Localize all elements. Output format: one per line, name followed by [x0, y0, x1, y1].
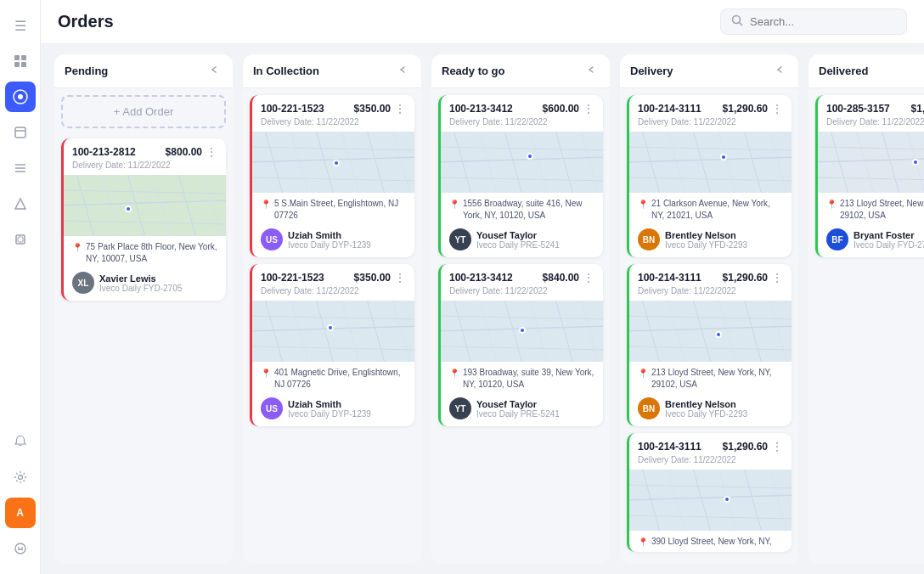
card-menu-btn[interactable]: ⋮: [771, 102, 783, 115]
add-order-button[interactable]: + Add Order: [61, 95, 226, 128]
user-avatar[interactable]: A: [5, 498, 36, 528]
globe-icon[interactable]: [5, 189, 36, 219]
column-title: Pending: [65, 65, 108, 77]
order-card[interactable]: 100-214-3111 $1,290.60 ⋮ Delivery Date: …: [627, 264, 792, 426]
card-header: 100-214-3111 $1,290.60 ⋮: [629, 433, 792, 455]
map-location-dot: [724, 496, 730, 503]
column-title: In Collection: [253, 65, 319, 77]
card-menu-btn[interactable]: ⋮: [583, 271, 594, 284]
column-collapse-btn[interactable]: [206, 63, 223, 79]
address-text: 1556 Broadway, suite 416, New York, NY, …: [463, 198, 594, 222]
card-amount: $350.00: [354, 272, 391, 284]
column-delivered: Delivered 100-285-3157 $1,340.00 ⋮ Deliv…: [808, 54, 924, 564]
card-address: 📍 75 Park Place 8th Floor, New York, NY,…: [64, 236, 226, 268]
bell-icon[interactable]: [5, 426, 36, 457]
gear-icon[interactable]: [5, 462, 36, 492]
pin-icon: 📍: [826, 199, 837, 211]
card-menu-btn[interactable]: ⋮: [771, 440, 783, 453]
svg-line-20: [740, 23, 743, 26]
address-text: 5 S.Main Street, Englishtown, NJ 07726: [274, 198, 406, 222]
driver-vehicle: Iveco Daily FYD-2705: [99, 284, 182, 293]
column-header-delivered: Delivered: [808, 54, 924, 88]
card-header: 100-213-3412 $840.00 ⋮: [441, 264, 603, 286]
card-id: 100-285-3157: [826, 103, 890, 115]
card-amount: $350.00: [354, 103, 391, 115]
card-menu-btn[interactable]: ⋮: [394, 102, 406, 115]
card-header: 100-214-3111 $1,290.60 ⋮: [629, 95, 792, 117]
column-title: Delivery: [630, 65, 673, 77]
plug-icon[interactable]: [5, 533, 36, 564]
card-address: 📍 1556 Broadway, suite 416, New York, NY…: [441, 193, 603, 225]
search-icon: [731, 14, 743, 29]
pin-icon: 📍: [72, 242, 82, 254]
column-header-in-collection: In Collection: [243, 54, 421, 88]
driver-vehicle: Iveco Daily PRE-5241: [476, 240, 560, 250]
svg-point-19: [733, 16, 741, 24]
driver-vehicle: Iveco Daily YFD-2293: [665, 409, 747, 419]
search-box[interactable]: [720, 8, 907, 35]
order-card[interactable]: 100-213-2812 $800.00 ⋮ Delivery Date: 11…: [61, 138, 226, 301]
card-map: [629, 470, 792, 531]
svg-point-14: [18, 476, 22, 480]
card-map: [629, 132, 792, 193]
order-card[interactable]: 100-221-1523 $350.00 ⋮ Delivery Date: 11…: [250, 264, 414, 426]
svg-rect-3: [21, 62, 26, 67]
order-card[interactable]: 100-221-1523 $350.00 ⋮ Delivery Date: 11…: [250, 95, 414, 257]
column-collapse-btn[interactable]: [394, 63, 411, 79]
card-map: [818, 132, 924, 193]
card-menu-btn[interactable]: ⋮: [394, 271, 406, 284]
column-collapse-btn[interactable]: [771, 63, 788, 79]
svg-point-15: [15, 543, 25, 554]
column-title: Delivered: [819, 65, 869, 77]
card-menu-btn[interactable]: ⋮: [771, 271, 783, 284]
list-icon[interactable]: [5, 153, 36, 183]
menu-icon[interactable]: ☰: [5, 10, 36, 41]
card-id: 100-213-3412: [449, 272, 513, 284]
order-card[interactable]: 100-213-3412 $600.00 ⋮ Delivery Date: 11…: [438, 95, 603, 257]
card-driver: BF Bryant Foster Iveco Daily FYD-2705: [818, 225, 924, 257]
map-location-dot: [715, 331, 722, 338]
card-header: 100-285-3157 $1,340.00 ⋮: [818, 95, 924, 117]
search-input[interactable]: [750, 15, 896, 28]
order-card[interactable]: 100-285-3157 $1,340.00 ⋮ Delivery Date: …: [815, 95, 924, 257]
address-text: 193 Broadway, suite 39, New York, NY, 10…: [463, 367, 594, 391]
card-id: 100-214-3111: [638, 272, 701, 284]
column-collapse-btn[interactable]: [583, 63, 600, 79]
package-icon[interactable]: [5, 117, 36, 148]
card-id: 100-221-1523: [261, 103, 324, 115]
card-map: [441, 301, 603, 362]
driver-name: Brentley Nelson: [665, 230, 747, 240]
order-card[interactable]: 100-214-3111 $1,290.60 ⋮ Delivery Date: …: [627, 433, 792, 552]
card-address: 📍 5 S.Main Street, Englishtown, NJ 07726: [252, 193, 414, 225]
layers-icon[interactable]: [5, 224, 36, 255]
order-card[interactable]: 100-213-3412 $840.00 ⋮ Delivery Date: 11…: [438, 264, 603, 426]
column-ready-to-go: Ready to go 100-213-3412 $600.00 ⋮ Deliv…: [431, 54, 610, 564]
svg-rect-6: [15, 127, 25, 138]
pin-icon: 📍: [449, 199, 459, 211]
card-driver: YT Yousef Taylor Iveco Daily PRE-5241: [441, 225, 603, 257]
driver-vehicle: Iveco Daily PRE-5241: [476, 409, 560, 419]
address-text: 21 Clarkson Avenue, New York, NY, 21021,…: [651, 198, 783, 222]
card-address: 📍 213 Lloyd Street, New York, NY, 29102,…: [818, 193, 924, 225]
header: Orders: [41, 0, 924, 44]
order-card[interactable]: 100-214-3111 $1,290.60 ⋮ Delivery Date: …: [627, 95, 792, 257]
card-id: 100-221-1523: [261, 272, 324, 284]
driver-info: Uziah Smith Iveco Daily DYP-1239: [288, 399, 371, 419]
driver-info: Uziah Smith Iveco Daily DYP-1239: [288, 230, 371, 250]
map-location-dot: [333, 160, 340, 166]
card-date: Delivery Date: 11/22/2022: [629, 117, 792, 132]
card-address: 📍 390 Lloyd Street, New York, NY,: [629, 531, 792, 552]
grid-icon[interactable]: [5, 46, 36, 76]
column-delivery: Delivery 100-214-3111 $1,290.60 ⋮ Delive…: [620, 54, 798, 564]
card-amount: $1,290.60: [723, 272, 768, 284]
card-date: Delivery Date: 11/22/2022: [629, 286, 792, 301]
column-in-collection: In Collection 100-221-1523 $350.00 ⋮ Del…: [243, 54, 421, 564]
card-amount: $800.00: [166, 146, 202, 158]
card-id: 100-213-3412: [449, 103, 513, 115]
card-menu-btn[interactable]: ⋮: [583, 102, 594, 115]
card-menu-btn[interactable]: ⋮: [206, 145, 217, 159]
driver-vehicle: Iveco Daily DYP-1239: [288, 409, 371, 419]
map-icon[interactable]: [5, 82, 36, 112]
driver-name: Brentley Nelson: [665, 399, 747, 409]
driver-name: Uziah Smith: [288, 399, 371, 409]
